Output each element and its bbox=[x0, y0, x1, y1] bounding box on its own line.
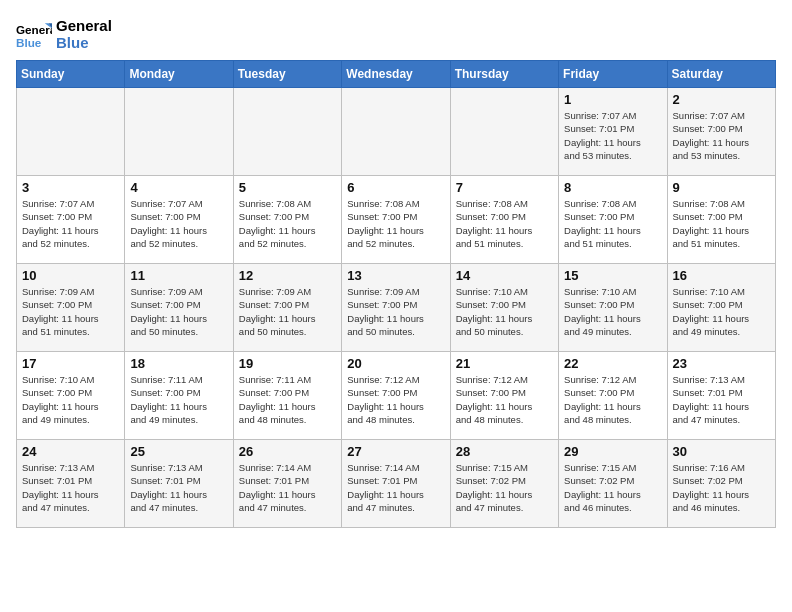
calendar-cell: 29Sunrise: 7:15 AMSunset: 7:02 PMDayligh… bbox=[559, 440, 667, 528]
day-number: 14 bbox=[456, 268, 553, 283]
calendar-cell: 20Sunrise: 7:12 AMSunset: 7:00 PMDayligh… bbox=[342, 352, 450, 440]
calendar-cell: 24Sunrise: 7:13 AMSunset: 7:01 PMDayligh… bbox=[17, 440, 125, 528]
day-number: 13 bbox=[347, 268, 444, 283]
day-number: 7 bbox=[456, 180, 553, 195]
day-number: 8 bbox=[564, 180, 661, 195]
calendar-cell: 28Sunrise: 7:15 AMSunset: 7:02 PMDayligh… bbox=[450, 440, 558, 528]
calendar-cell bbox=[17, 88, 125, 176]
calendar-cell: 6Sunrise: 7:08 AMSunset: 7:00 PMDaylight… bbox=[342, 176, 450, 264]
day-number: 12 bbox=[239, 268, 336, 283]
calendar-week-1: 1Sunrise: 7:07 AMSunset: 7:01 PMDaylight… bbox=[17, 88, 776, 176]
day-info: Sunrise: 7:08 AMSunset: 7:00 PMDaylight:… bbox=[239, 197, 336, 250]
calendar-cell: 13Sunrise: 7:09 AMSunset: 7:00 PMDayligh… bbox=[342, 264, 450, 352]
calendar-cell: 25Sunrise: 7:13 AMSunset: 7:01 PMDayligh… bbox=[125, 440, 233, 528]
day-number: 10 bbox=[22, 268, 119, 283]
day-info: Sunrise: 7:08 AMSunset: 7:00 PMDaylight:… bbox=[347, 197, 444, 250]
day-number: 25 bbox=[130, 444, 227, 459]
day-number: 15 bbox=[564, 268, 661, 283]
day-info: Sunrise: 7:12 AMSunset: 7:00 PMDaylight:… bbox=[347, 373, 444, 426]
calendar-cell: 10Sunrise: 7:09 AMSunset: 7:00 PMDayligh… bbox=[17, 264, 125, 352]
calendar-cell: 23Sunrise: 7:13 AMSunset: 7:01 PMDayligh… bbox=[667, 352, 775, 440]
calendar-cell: 18Sunrise: 7:11 AMSunset: 7:00 PMDayligh… bbox=[125, 352, 233, 440]
calendar-cell bbox=[125, 88, 233, 176]
day-info: Sunrise: 7:07 AMSunset: 7:00 PMDaylight:… bbox=[673, 109, 770, 162]
calendar-cell: 21Sunrise: 7:12 AMSunset: 7:00 PMDayligh… bbox=[450, 352, 558, 440]
calendar-cell bbox=[450, 88, 558, 176]
calendar-body: 1Sunrise: 7:07 AMSunset: 7:01 PMDaylight… bbox=[17, 88, 776, 528]
day-number: 23 bbox=[673, 356, 770, 371]
day-info: Sunrise: 7:13 AMSunset: 7:01 PMDaylight:… bbox=[22, 461, 119, 514]
calendar-cell: 3Sunrise: 7:07 AMSunset: 7:00 PMDaylight… bbox=[17, 176, 125, 264]
day-number: 5 bbox=[239, 180, 336, 195]
day-number: 2 bbox=[673, 92, 770, 107]
day-number: 18 bbox=[130, 356, 227, 371]
calendar-cell: 30Sunrise: 7:16 AMSunset: 7:02 PMDayligh… bbox=[667, 440, 775, 528]
calendar-cell: 5Sunrise: 7:08 AMSunset: 7:00 PMDaylight… bbox=[233, 176, 341, 264]
day-number: 1 bbox=[564, 92, 661, 107]
day-info: Sunrise: 7:08 AMSunset: 7:00 PMDaylight:… bbox=[564, 197, 661, 250]
calendar-cell: 11Sunrise: 7:09 AMSunset: 7:00 PMDayligh… bbox=[125, 264, 233, 352]
day-info: Sunrise: 7:09 AMSunset: 7:00 PMDaylight:… bbox=[22, 285, 119, 338]
day-info: Sunrise: 7:12 AMSunset: 7:00 PMDaylight:… bbox=[456, 373, 553, 426]
day-info: Sunrise: 7:15 AMSunset: 7:02 PMDaylight:… bbox=[564, 461, 661, 514]
day-info: Sunrise: 7:07 AMSunset: 7:00 PMDaylight:… bbox=[22, 197, 119, 250]
weekday-header-thursday: Thursday bbox=[450, 61, 558, 88]
day-info: Sunrise: 7:11 AMSunset: 7:00 PMDaylight:… bbox=[239, 373, 336, 426]
calendar-week-4: 17Sunrise: 7:10 AMSunset: 7:00 PMDayligh… bbox=[17, 352, 776, 440]
day-number: 19 bbox=[239, 356, 336, 371]
svg-text:General: General bbox=[16, 23, 52, 36]
day-number: 3 bbox=[22, 180, 119, 195]
day-number: 17 bbox=[22, 356, 119, 371]
calendar-cell: 8Sunrise: 7:08 AMSunset: 7:00 PMDaylight… bbox=[559, 176, 667, 264]
day-number: 22 bbox=[564, 356, 661, 371]
day-number: 27 bbox=[347, 444, 444, 459]
calendar-table: SundayMondayTuesdayWednesdayThursdayFrid… bbox=[16, 60, 776, 528]
calendar-cell: 7Sunrise: 7:08 AMSunset: 7:00 PMDaylight… bbox=[450, 176, 558, 264]
calendar-cell: 4Sunrise: 7:07 AMSunset: 7:00 PMDaylight… bbox=[125, 176, 233, 264]
day-info: Sunrise: 7:07 AMSunset: 7:01 PMDaylight:… bbox=[564, 109, 661, 162]
day-number: 6 bbox=[347, 180, 444, 195]
day-info: Sunrise: 7:13 AMSunset: 7:01 PMDaylight:… bbox=[130, 461, 227, 514]
calendar-cell: 26Sunrise: 7:14 AMSunset: 7:01 PMDayligh… bbox=[233, 440, 341, 528]
calendar-cell: 22Sunrise: 7:12 AMSunset: 7:00 PMDayligh… bbox=[559, 352, 667, 440]
day-info: Sunrise: 7:14 AMSunset: 7:01 PMDaylight:… bbox=[347, 461, 444, 514]
calendar-cell: 16Sunrise: 7:10 AMSunset: 7:00 PMDayligh… bbox=[667, 264, 775, 352]
day-info: Sunrise: 7:13 AMSunset: 7:01 PMDaylight:… bbox=[673, 373, 770, 426]
calendar-cell: 2Sunrise: 7:07 AMSunset: 7:00 PMDaylight… bbox=[667, 88, 775, 176]
day-info: Sunrise: 7:12 AMSunset: 7:00 PMDaylight:… bbox=[564, 373, 661, 426]
day-number: 21 bbox=[456, 356, 553, 371]
calendar-cell: 15Sunrise: 7:10 AMSunset: 7:00 PMDayligh… bbox=[559, 264, 667, 352]
day-number: 29 bbox=[564, 444, 661, 459]
day-info: Sunrise: 7:15 AMSunset: 7:02 PMDaylight:… bbox=[456, 461, 553, 514]
page-header: General Blue General Blue bbox=[16, 16, 776, 52]
calendar-cell: 9Sunrise: 7:08 AMSunset: 7:00 PMDaylight… bbox=[667, 176, 775, 264]
calendar-cell: 17Sunrise: 7:10 AMSunset: 7:00 PMDayligh… bbox=[17, 352, 125, 440]
logo-blue: Blue bbox=[56, 34, 112, 51]
logo-icon: General Blue bbox=[16, 16, 52, 52]
weekday-header-sunday: Sunday bbox=[17, 61, 125, 88]
weekday-header-tuesday: Tuesday bbox=[233, 61, 341, 88]
calendar-week-3: 10Sunrise: 7:09 AMSunset: 7:00 PMDayligh… bbox=[17, 264, 776, 352]
calendar-cell bbox=[233, 88, 341, 176]
day-info: Sunrise: 7:10 AMSunset: 7:00 PMDaylight:… bbox=[22, 373, 119, 426]
calendar-cell: 1Sunrise: 7:07 AMSunset: 7:01 PMDaylight… bbox=[559, 88, 667, 176]
day-info: Sunrise: 7:10 AMSunset: 7:00 PMDaylight:… bbox=[456, 285, 553, 338]
day-number: 20 bbox=[347, 356, 444, 371]
day-number: 9 bbox=[673, 180, 770, 195]
day-info: Sunrise: 7:09 AMSunset: 7:00 PMDaylight:… bbox=[347, 285, 444, 338]
day-info: Sunrise: 7:10 AMSunset: 7:00 PMDaylight:… bbox=[673, 285, 770, 338]
calendar-cell bbox=[342, 88, 450, 176]
weekday-header-saturday: Saturday bbox=[667, 61, 775, 88]
day-number: 16 bbox=[673, 268, 770, 283]
calendar-cell: 12Sunrise: 7:09 AMSunset: 7:00 PMDayligh… bbox=[233, 264, 341, 352]
weekday-header-monday: Monday bbox=[125, 61, 233, 88]
logo: General Blue General Blue bbox=[16, 16, 112, 52]
day-info: Sunrise: 7:09 AMSunset: 7:00 PMDaylight:… bbox=[130, 285, 227, 338]
weekday-header-row: SundayMondayTuesdayWednesdayThursdayFrid… bbox=[17, 61, 776, 88]
day-info: Sunrise: 7:09 AMSunset: 7:00 PMDaylight:… bbox=[239, 285, 336, 338]
svg-text:Blue: Blue bbox=[16, 36, 42, 49]
logo-general: General bbox=[56, 17, 112, 34]
weekday-header-wednesday: Wednesday bbox=[342, 61, 450, 88]
weekday-header-friday: Friday bbox=[559, 61, 667, 88]
day-info: Sunrise: 7:11 AMSunset: 7:00 PMDaylight:… bbox=[130, 373, 227, 426]
